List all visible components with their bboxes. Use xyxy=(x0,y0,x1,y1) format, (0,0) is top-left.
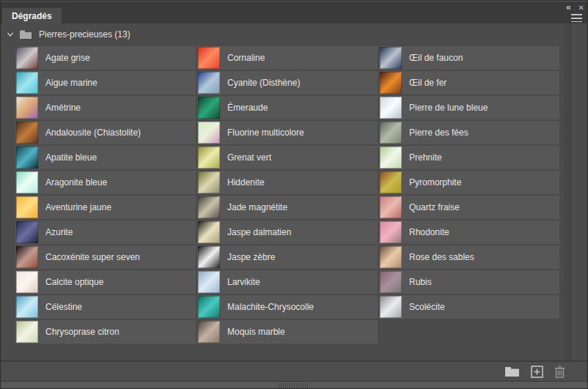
gradients-panel: « ✕ Dégradés Pierres-precieuses (13) Aga… xyxy=(0,0,588,389)
gradient-item[interactable]: Hiddenite xyxy=(197,171,378,194)
gradient-item[interactable]: Pierre de lune bleue xyxy=(379,96,559,119)
gradient-item[interactable]: Rose des sables xyxy=(379,245,559,269)
gradient-item[interactable]: Pierre des fées xyxy=(379,121,559,144)
gradient-item[interactable]: Cornaline xyxy=(197,46,378,70)
gradient-item[interactable]: Azurite xyxy=(15,221,196,244)
gradient-label: Azurite xyxy=(45,227,73,237)
group-label: Pierres-precieuses (13) xyxy=(39,29,131,40)
gradient-swatch xyxy=(198,246,220,268)
gradient-item[interactable]: Aventurine jaune xyxy=(15,196,196,219)
gradient-label: Apatite bleue xyxy=(45,152,97,163)
gradient-label: Émeraude xyxy=(227,103,268,113)
gradient-label: Pierre des fées xyxy=(409,127,468,138)
gradient-item[interactable]: Célestine xyxy=(15,295,196,319)
gradient-label: Amétrine xyxy=(45,103,81,113)
gradient-label: Aventurine jaune xyxy=(45,202,111,212)
gradient-label: Pierre de lune bleue xyxy=(409,103,488,113)
gradient-swatch xyxy=(198,296,220,318)
gradient-swatch xyxy=(16,271,38,293)
gradient-swatch xyxy=(16,171,38,193)
tab-label: Dégradés xyxy=(12,11,52,21)
gradient-item[interactable]: Aigue marine xyxy=(15,71,196,95)
gradient-item[interactable]: Fluorine multicolore xyxy=(197,121,378,144)
gradient-label: Grenat vert xyxy=(227,152,271,163)
gradient-item[interactable]: Moquis marble xyxy=(197,320,378,344)
gradient-swatch xyxy=(16,321,38,343)
gradient-item[interactable]: Jaspe zèbre xyxy=(197,245,378,269)
gradient-item[interactable]: Œil de faucon xyxy=(379,46,559,70)
gradient-item[interactable]: Rubis xyxy=(379,270,559,294)
group-header[interactable]: Pierres-precieuses (13) xyxy=(1,25,587,44)
gradient-label: Andalousite (Chiastolite) xyxy=(45,127,141,138)
gradient-swatch xyxy=(198,72,220,94)
gradient-label: Cornaline xyxy=(227,53,265,63)
gradient-item[interactable]: Émeraude xyxy=(197,96,378,119)
gradient-item[interactable]: Malachite-Chrysocolle xyxy=(197,295,378,319)
gradient-label: Cyanite (Disthène) xyxy=(227,78,300,88)
gradient-item[interactable]: Jade magnétite xyxy=(197,196,378,219)
gradient-swatch xyxy=(16,97,38,119)
gradient-item[interactable]: Scolécite xyxy=(379,295,559,319)
gradient-label: Rose des sables xyxy=(409,252,474,262)
gradient-swatch xyxy=(198,47,220,69)
gradient-swatch xyxy=(380,171,402,193)
gradient-swatch xyxy=(198,147,220,168)
vertical-scrollbar-track[interactable] xyxy=(564,23,574,360)
gradient-swatch xyxy=(16,221,38,243)
close-icon[interactable]: ✕ xyxy=(578,4,584,12)
gradient-item[interactable]: Prehnite xyxy=(379,146,559,169)
new-group-folder-button[interactable] xyxy=(504,366,520,377)
gradient-item[interactable]: Calcite optique xyxy=(15,270,196,294)
gradient-label: Rubis xyxy=(409,277,432,287)
gradient-swatch xyxy=(16,122,38,144)
gradient-swatch xyxy=(380,147,402,168)
gradient-item[interactable]: Œil de fer xyxy=(379,71,559,95)
gradient-swatch xyxy=(16,47,38,69)
gradient-swatch xyxy=(198,321,220,343)
gradient-label: Prehnite xyxy=(409,152,442,163)
gradient-swatch xyxy=(380,47,402,69)
delete-trash-button[interactable] xyxy=(554,366,565,378)
gradient-swatch xyxy=(380,296,402,318)
bottom-toolbar xyxy=(1,360,587,381)
gradient-label: Aragonite bleue xyxy=(45,177,107,188)
gradient-label: Malachite-Chrysocolle xyxy=(227,302,314,312)
gradient-swatch xyxy=(198,196,220,218)
chevron-down-icon[interactable] xyxy=(7,31,14,38)
panel-menu-icon[interactable] xyxy=(571,14,582,22)
resize-grip[interactable] xyxy=(279,383,309,388)
gradient-swatch xyxy=(16,147,38,168)
gradient-item[interactable]: Larvikite xyxy=(197,270,378,294)
gradient-swatch xyxy=(380,122,402,144)
gradient-item[interactable]: Aragonite bleue xyxy=(15,171,196,194)
gradient-item[interactable]: Rhodonite xyxy=(379,221,559,244)
tab-degrades[interactable]: Dégradés xyxy=(2,8,62,24)
new-gradient-button[interactable] xyxy=(531,366,543,378)
gradient-item[interactable]: Agate grise xyxy=(15,46,196,70)
gradient-swatch xyxy=(16,296,38,318)
gradient-label: Hiddenite xyxy=(227,177,265,188)
gradient-item[interactable]: Quartz fraise xyxy=(379,196,559,219)
gradient-label: Pyromorphite xyxy=(409,177,461,188)
gradient-item[interactable]: Chrysoprase citron xyxy=(15,320,196,344)
gradient-item[interactable]: Grenat vert xyxy=(197,146,378,169)
gradient-item[interactable]: Andalousite (Chiastolite) xyxy=(15,121,196,144)
panel-header: « ✕ Dégradés xyxy=(1,1,587,23)
gradient-item[interactable]: Cacoxénite super seven xyxy=(15,245,196,269)
gradient-item[interactable]: Cyanite (Disthène) xyxy=(197,71,378,95)
gradient-column: Agate griseAigue marineAmétrineAndalousi… xyxy=(15,46,196,344)
window-buttons: « ✕ xyxy=(566,2,584,12)
gradient-swatch xyxy=(16,196,38,218)
gradient-column: CornalineCyanite (Disthène)ÉmeraudeFluor… xyxy=(197,46,378,344)
gradient-label: Jade magnétite xyxy=(227,202,287,212)
gradient-item[interactable]: Pyromorphite xyxy=(379,171,559,194)
gradient-label: Moquis marble xyxy=(227,327,285,337)
gradient-item[interactable]: Apatite bleue xyxy=(15,146,196,169)
gradient-item[interactable]: Amétrine xyxy=(15,96,196,119)
collapse-panel-icon[interactable]: « xyxy=(566,2,570,12)
gradient-column: Œil de fauconŒil de ferPierre de lune bl… xyxy=(379,46,559,344)
gradient-label: Célestine xyxy=(45,302,82,312)
gradient-label: Œil de fer xyxy=(409,78,446,88)
gradient-swatch xyxy=(380,72,402,94)
gradient-item[interactable]: Jaspe dalmatien xyxy=(197,221,378,244)
